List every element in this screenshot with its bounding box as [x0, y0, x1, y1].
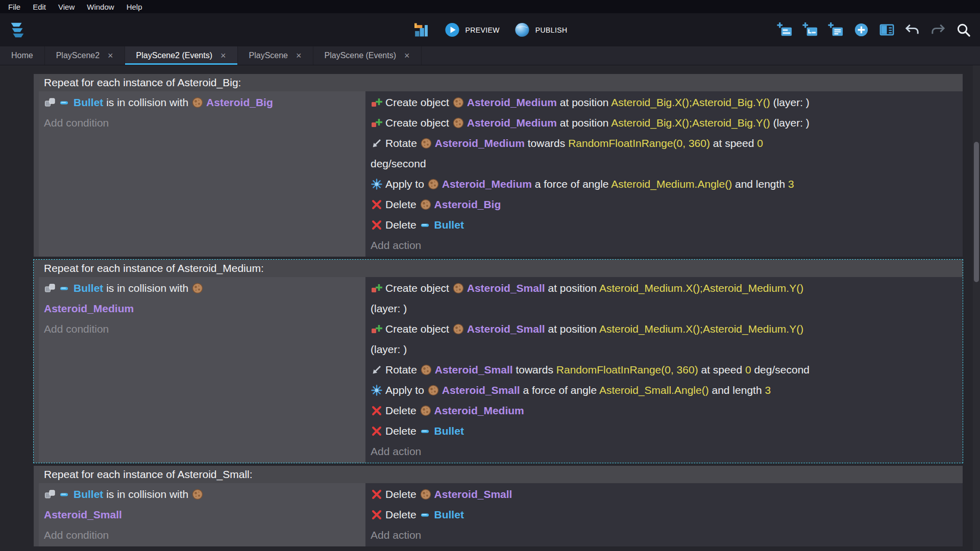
- text-segment: Delete: [385, 219, 420, 231]
- text-segment: and length: [709, 384, 765, 396]
- rotate-icon: [371, 362, 383, 374]
- redo-icon[interactable]: [929, 21, 946, 38]
- add-action-button[interactable]: Add action: [365, 235, 963, 256]
- tab-playscene2-events[interactable]: PlayScene2 (Events)×: [125, 46, 238, 65]
- close-tab-icon[interactable]: ×: [108, 51, 113, 60]
- action-row[interactable]: Apply to Asteroid_Medium a force of angl…: [365, 174, 963, 194]
- action-row[interactable]: Create object Asteroid_Medium at positio…: [365, 113, 963, 133]
- menu-edit[interactable]: Edit: [27, 1, 52, 13]
- action-row[interactable]: Delete Bullet: [365, 421, 963, 441]
- condition-row[interactable]: Bullet is in collision with Asteroid_Big: [39, 92, 365, 113]
- tab-playscene-events[interactable]: PlayScene (Events)×: [313, 46, 422, 65]
- event-block[interactable]: Repeat for each instance of Asteroid_Med…: [34, 260, 963, 463]
- tab-playscene[interactable]: PlayScene×: [238, 46, 313, 65]
- text-segment: 3: [788, 178, 794, 190]
- action-row[interactable]: Delete Asteroid_Small: [365, 484, 963, 505]
- text-segment: Asteroid_Medium: [467, 96, 557, 108]
- text-segment: Delete: [385, 198, 420, 210]
- publish-button[interactable]: PUBLISH: [514, 21, 568, 38]
- delete-icon: [371, 403, 383, 415]
- conditions-column: Bullet is in collision with Asteroid_Sma…: [39, 483, 365, 546]
- build-icon[interactable]: [412, 21, 429, 38]
- add-condition-button[interactable]: Add condition: [39, 525, 365, 545]
- event-drag-handle[interactable]: [34, 74, 39, 257]
- action-row[interactable]: Create object Asteroid_Small at position…: [365, 319, 963, 360]
- text-segment: at position: [545, 282, 599, 294]
- tab-playscene2[interactable]: PlayScene2×: [45, 46, 125, 65]
- event-block[interactable]: Repeat for each instance of Asteroid_Sma…: [34, 466, 963, 546]
- menu-file[interactable]: File: [2, 1, 27, 13]
- text-segment: Apply to: [385, 384, 427, 396]
- condition-row[interactable]: Bullet is in collision with Asteroid_Sma…: [39, 484, 365, 525]
- event-block[interactable]: Repeat for each instance of Asteroid_Big…: [34, 74, 963, 257]
- close-tab-icon[interactable]: ×: [296, 51, 302, 60]
- add-subevent-icon[interactable]: [802, 21, 819, 38]
- action-row[interactable]: Delete Asteroid_Medium: [365, 400, 963, 421]
- asteroid-icon: [427, 177, 439, 189]
- text-segment: Asteroid_Big: [434, 198, 501, 210]
- actions-column: Delete Asteroid_SmallDelete BulletAdd ac…: [365, 483, 963, 546]
- add-condition-button[interactable]: Add condition: [39, 113, 365, 133]
- add-action-button[interactable]: Add action: [365, 441, 963, 462]
- add-circle-icon[interactable]: [853, 21, 870, 38]
- text-segment: Bullet: [434, 219, 464, 231]
- tab-home[interactable]: Home: [0, 46, 45, 65]
- toolbar-center: PREVIEW PUBLISH: [412, 21, 567, 38]
- asteroid-icon: [452, 95, 464, 107]
- asteroid-icon: [420, 487, 432, 499]
- text-segment: Create object: [385, 323, 452, 335]
- menu-help[interactable]: Help: [120, 1, 149, 13]
- action-row[interactable]: Rotate Asteroid_Small towards RandomFloa…: [365, 360, 963, 380]
- choose-event-icon[interactable]: [878, 21, 895, 38]
- asteroid-icon: [420, 136, 432, 148]
- event-drag-handle[interactable]: [34, 466, 39, 546]
- text-segment: Bullet: [434, 425, 464, 437]
- text-segment: Asteroid_Small: [467, 282, 545, 294]
- bullet-icon: [59, 487, 71, 499]
- menu-window[interactable]: Window: [81, 1, 120, 13]
- action-row[interactable]: Create object Asteroid_Small at position…: [365, 278, 963, 319]
- action-row[interactable]: Delete Asteroid_Big: [365, 194, 963, 215]
- menu-view[interactable]: View: [52, 1, 81, 13]
- undo-icon[interactable]: [904, 21, 921, 38]
- add-comment-icon[interactable]: [827, 21, 844, 38]
- action-row[interactable]: Delete Bullet: [365, 505, 963, 525]
- tab-label: PlayScene (Events): [325, 51, 397, 60]
- scrollbar-thumb[interactable]: [974, 142, 979, 282]
- text-segment: (layer: ): [770, 96, 810, 108]
- add-event-icon[interactable]: [776, 21, 793, 38]
- gdevelop-logo-icon: [7, 20, 27, 40]
- text-segment: Asteroid_Medium: [435, 137, 525, 149]
- preview-button[interactable]: PREVIEW: [444, 21, 499, 38]
- text-segment: 0: [757, 137, 763, 149]
- event-header[interactable]: Repeat for each instance of Asteroid_Big…: [39, 74, 963, 91]
- condition-row[interactable]: Bullet is in collision with Asteroid_Med…: [39, 278, 365, 319]
- text-segment: Asteroid_Small: [467, 323, 545, 335]
- event-drag-handle[interactable]: [34, 260, 39, 463]
- action-row[interactable]: Delete Bullet: [365, 215, 963, 235]
- search-icon[interactable]: [955, 21, 972, 38]
- text-segment: Asteroid_Small: [434, 488, 512, 500]
- events-sheet: Repeat for each instance of Asteroid_Big…: [0, 65, 980, 551]
- event-header[interactable]: Repeat for each instance of Asteroid_Sma…: [39, 466, 963, 483]
- action-row[interactable]: Rotate Asteroid_Medium towards RandomFlo…: [365, 133, 963, 174]
- action-row[interactable]: Create object Asteroid_Medium at positio…: [365, 92, 963, 113]
- text-segment: at speed: [698, 364, 745, 375]
- rotate-icon: [371, 136, 383, 148]
- asteroid-icon: [420, 362, 432, 374]
- publish-globe-icon: [514, 21, 531, 38]
- event-header[interactable]: Repeat for each instance of Asteroid_Med…: [39, 260, 963, 277]
- vertical-scrollbar[interactable]: [973, 65, 980, 551]
- tab-label: Home: [11, 51, 33, 60]
- close-tab-icon[interactable]: ×: [220, 51, 226, 60]
- add-action-button[interactable]: Add action: [365, 525, 963, 545]
- add-condition-button[interactable]: Add condition: [39, 319, 365, 339]
- text-segment: deg/second: [371, 158, 426, 169]
- action-row[interactable]: Apply to Asteroid_Small a force of angle…: [365, 380, 963, 400]
- text-segment: Apply to: [385, 178, 427, 190]
- text-segment: Delete: [385, 425, 420, 437]
- text-segment: at position: [557, 96, 611, 108]
- force-icon: [371, 177, 383, 189]
- asteroid-icon: [452, 281, 464, 293]
- close-tab-icon[interactable]: ×: [404, 51, 410, 60]
